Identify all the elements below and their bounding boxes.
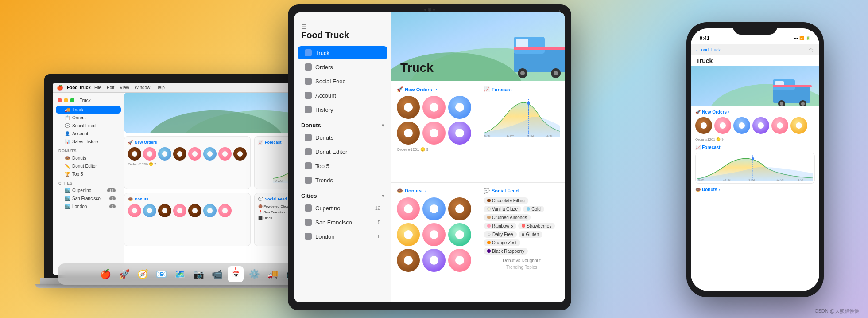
sidebar-item-donuts[interactable]: 🍩 Donuts xyxy=(56,154,121,162)
tag-gluten[interactable]: ≡ Gluten xyxy=(519,231,542,238)
ipad-nav-truck[interactable]: Truck xyxy=(298,46,388,59)
mac-sidebar: Truck 🚚 Truck 📋 Orders 💬 Social Feed xyxy=(53,93,124,275)
new-orders-chevron[interactable]: › xyxy=(436,87,437,92)
menu-file[interactable]: File xyxy=(94,85,101,90)
ipad-nav-trends[interactable]: Trends xyxy=(298,173,388,187)
tag-vanilla[interactable]: Vanilla Glaze xyxy=(484,206,521,212)
ipad-donuts-arrow[interactable]: ▾ xyxy=(382,123,384,128)
trending-topics: Trending Topics xyxy=(484,265,560,270)
ipad-cities-arrow[interactable]: ▾ xyxy=(382,193,384,198)
donut-item xyxy=(173,204,186,217)
tag-rainbow[interactable]: Rainbow 5 xyxy=(484,223,516,229)
sidebar-item-account[interactable]: 👤 Account xyxy=(56,130,121,137)
donut-item xyxy=(128,147,141,161)
ipad-nav-london[interactable]: London 6 xyxy=(298,230,388,243)
sidebar-item-top5[interactable]: 🏆 Top 5 xyxy=(56,170,121,178)
sidebar-label-truck: Truck xyxy=(72,107,83,112)
tag-dairy-free[interactable]: ☆ Dairy Free xyxy=(484,231,517,238)
sidebar-label-history: Sales History xyxy=(72,139,98,144)
sidebar-item-sales-history[interactable]: 📊 Sales History xyxy=(56,138,121,145)
menu-view[interactable]: View xyxy=(120,85,129,90)
apple-menu[interactable]: 🍎 xyxy=(57,85,63,91)
ipad-hero: Truck xyxy=(391,12,565,81)
sidebar-item-san-francisco[interactable]: 🏙️ San Francisco 5 xyxy=(56,195,121,202)
sidebar-item-donut-editor[interactable]: ✏️ Donut Editor xyxy=(56,162,121,170)
star-button[interactable]: ☆ xyxy=(808,46,814,53)
trends-nav-icon xyxy=(305,177,312,184)
svg-text:6 AM: 6 AM xyxy=(698,178,704,181)
back-chevron: ‹ xyxy=(696,47,698,52)
ipad-nav-sf[interactable]: San Francisco 5 xyxy=(298,216,388,229)
ipad-sidebar-top: ☰ xyxy=(294,20,391,30)
iphone-donut xyxy=(752,117,769,134)
back-button[interactable]: ‹ Food Truck xyxy=(696,47,721,52)
tag-almonds[interactable]: Crushed Almonds xyxy=(484,214,531,221)
donut-item xyxy=(203,147,217,161)
donuts-panel-chevron[interactable]: › xyxy=(425,188,426,193)
sidebar-item-cupertino[interactable]: 🏙️ Cupertino 12 xyxy=(56,187,121,194)
sf-badge: 5 xyxy=(109,196,116,200)
new-orders-chevron-iphone[interactable]: › xyxy=(728,110,729,114)
ipad-nav-orders[interactable]: Orders xyxy=(298,60,388,74)
dock-settings[interactable]: ⚙️ xyxy=(246,266,262,282)
donut-item xyxy=(188,147,202,161)
sidebar-item-truck[interactable]: 🚚 Truck xyxy=(56,106,121,114)
new-orders-icon: 🚀 xyxy=(128,140,133,145)
menu-help[interactable]: Help xyxy=(155,85,165,90)
donut-item xyxy=(203,204,217,217)
dock-photos[interactable]: 📷 xyxy=(190,266,206,282)
maximize-button[interactable] xyxy=(70,98,74,102)
tag-dot xyxy=(487,207,491,211)
ipad-nav-label-sf: San Francisco xyxy=(315,219,352,226)
ipad-nav-label-orders: Orders xyxy=(315,64,333,71)
menu-window[interactable]: Window xyxy=(135,85,151,90)
ipad-donut-item xyxy=(397,96,420,119)
city-icon-cupertino: 🏙️ xyxy=(65,188,70,193)
dock-launchpad[interactable]: 🚀 xyxy=(116,266,132,282)
close-button[interactable] xyxy=(58,98,62,102)
forecast-icon-mac: 📈 xyxy=(258,140,263,145)
iphone-time: 9:41 xyxy=(700,35,709,41)
dock-foodtruck[interactable]: 🚚 xyxy=(265,266,281,282)
svg-point-40 xyxy=(801,102,805,106)
ipad-nav-top5[interactable]: Top 5 xyxy=(298,159,388,173)
truck-nav-icon xyxy=(305,49,312,56)
dock-maps[interactable]: 🗺️ xyxy=(172,266,188,282)
ipad-nav-donut-editor[interactable]: Donut Editor xyxy=(298,145,388,158)
ipad-nav-social-feed[interactable]: Social Feed xyxy=(298,75,388,88)
sidebar-item-orders[interactable]: 📋 Orders xyxy=(56,114,121,122)
account-nav-icon xyxy=(305,92,312,99)
donut-item xyxy=(173,147,186,161)
ipad-nav-history[interactable]: History xyxy=(298,103,388,116)
tag-strawberries[interactable]: Strawberries xyxy=(518,223,555,229)
svg-rect-42 xyxy=(773,85,812,87)
tag-cold[interactable]: Cold xyxy=(523,206,544,212)
sidebar-item-social-feed[interactable]: 💬 Social Feed xyxy=(56,122,121,130)
ipad-new-orders-panel: 🚀 New Orders › Order #1201 🙂 xyxy=(391,81,478,183)
sidebar-item-london[interactable]: 🏙️ London 6 xyxy=(56,203,121,210)
minimize-button[interactable] xyxy=(64,98,68,102)
dairy-free-star: ☆ xyxy=(487,232,491,237)
social-icon: 💬 xyxy=(65,123,70,128)
ipad-sidebar-toggle[interactable]: ☰ xyxy=(301,23,307,30)
menu-edit[interactable]: Edit xyxy=(107,85,114,90)
sidebar-label-editor: Donut Editor xyxy=(72,164,97,169)
tag-orange-zest[interactable]: Orange Zest xyxy=(484,239,520,246)
ipad-nav-cupertino[interactable]: Cupertino 12 xyxy=(298,201,388,215)
mac-donuts-grid xyxy=(128,204,247,217)
tag-chocolate[interactable]: Chocolate Filling xyxy=(484,197,528,204)
dock-safari[interactable]: 🧭 xyxy=(135,266,151,282)
ipad-nav-donuts[interactable]: Donuts xyxy=(298,131,388,144)
dock-facetime[interactable]: 📹 xyxy=(209,266,225,282)
ipad-nav-account[interactable]: Account xyxy=(298,89,388,102)
order-info-mac: Order #1230 🙂 7 xyxy=(128,162,247,166)
ipad-cities-section-label: Cities xyxy=(301,192,317,199)
ipad-donut-item xyxy=(448,96,471,119)
dock-calendar[interactable]: 8 📅 xyxy=(228,266,244,282)
dock-mail[interactable]: 📧 xyxy=(153,266,169,282)
sidebar-label-sf: San Francisco xyxy=(72,196,101,201)
donuts-chevron-iphone[interactable]: › xyxy=(718,188,720,192)
mac-donut-grid xyxy=(128,147,247,161)
dock-finder[interactable]: 🍎 xyxy=(97,266,113,282)
tag-black-raspberry[interactable]: Black Raspberry xyxy=(484,248,528,255)
